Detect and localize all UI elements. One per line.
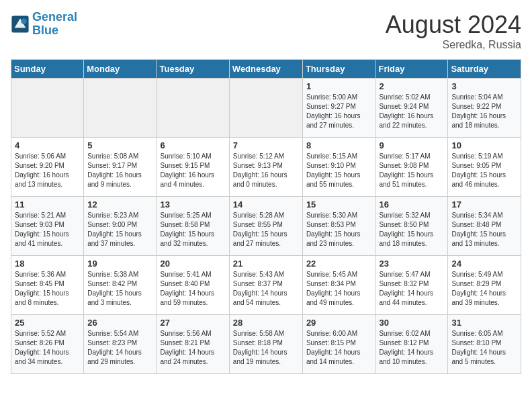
day-cell: 24Sunrise: 5:49 AM Sunset: 8:29 PM Dayli… <box>448 256 521 315</box>
day-detail: Sunrise: 5:38 AM Sunset: 8:42 PM Dayligh… <box>87 270 152 308</box>
day-number: 20 <box>160 259 225 269</box>
day-cell: 2Sunrise: 5:02 AM Sunset: 9:24 PM Daylig… <box>375 79 448 138</box>
day-cell: 6Sunrise: 5:10 AM Sunset: 9:15 PM Daylig… <box>157 138 229 197</box>
day-detail: Sunrise: 5:58 AM Sunset: 8:18 PM Dayligh… <box>233 329 299 367</box>
day-number: 19 <box>87 259 152 269</box>
day-cell: 21Sunrise: 5:43 AM Sunset: 8:37 PM Dayli… <box>229 256 302 315</box>
day-number: 4 <box>15 140 80 150</box>
day-number: 16 <box>379 199 444 210</box>
day-detail: Sunrise: 5:32 AM Sunset: 8:50 PM Dayligh… <box>379 211 444 248</box>
day-cell: 9Sunrise: 5:17 AM Sunset: 9:08 PM Daylig… <box>375 138 448 197</box>
day-detail: Sunrise: 5:23 AM Sunset: 9:00 PM Dayligh… <box>87 211 152 248</box>
day-cell: 11Sunrise: 5:21 AM Sunset: 9:03 PM Dayli… <box>11 197 84 256</box>
day-cell: 5Sunrise: 5:08 AM Sunset: 9:17 PM Daylig… <box>84 138 157 197</box>
col-header-friday: Friday <box>375 60 448 79</box>
day-detail: Sunrise: 5:04 AM Sunset: 9:22 PM Dayligh… <box>451 93 517 130</box>
day-detail: Sunrise: 5:00 AM Sunset: 9:27 PM Dayligh… <box>306 93 372 130</box>
day-detail: Sunrise: 5:34 AM Sunset: 8:48 PM Dayligh… <box>451 211 517 248</box>
day-cell: 7Sunrise: 5:12 AM Sunset: 9:13 PM Daylig… <box>229 138 302 197</box>
col-header-wednesday: Wednesday <box>229 60 302 79</box>
header-row: SundayMondayTuesdayWednesdayThursdayFrid… <box>11 60 521 79</box>
col-header-thursday: Thursday <box>302 60 375 79</box>
day-detail: Sunrise: 5:28 AM Sunset: 8:55 PM Dayligh… <box>233 211 299 248</box>
day-cell: 1Sunrise: 5:00 AM Sunset: 9:27 PM Daylig… <box>302 79 375 138</box>
day-cell: 30Sunrise: 6:02 AM Sunset: 8:12 PM Dayli… <box>375 315 448 374</box>
day-cell: 10Sunrise: 5:19 AM Sunset: 9:05 PM Dayli… <box>448 138 521 197</box>
day-detail: Sunrise: 5:25 AM Sunset: 8:58 PM Dayligh… <box>160 211 225 248</box>
day-detail: Sunrise: 5:54 AM Sunset: 8:23 PM Dayligh… <box>87 329 152 367</box>
day-number: 30 <box>379 318 444 328</box>
day-number: 23 <box>379 259 444 269</box>
day-number: 7 <box>233 140 299 150</box>
day-cell: 15Sunrise: 5:30 AM Sunset: 8:53 PM Dayli… <box>302 197 375 256</box>
day-number: 25 <box>15 318 80 328</box>
day-number: 5 <box>87 140 152 150</box>
day-number: 29 <box>306 318 372 328</box>
logo-text: General Blue <box>32 11 77 38</box>
week-row-2: 4Sunrise: 5:06 AM Sunset: 9:20 PM Daylig… <box>11 138 521 197</box>
day-detail: Sunrise: 6:00 AM Sunset: 8:15 PM Dayligh… <box>306 329 372 367</box>
col-header-monday: Monday <box>84 60 157 79</box>
day-cell: 16Sunrise: 5:32 AM Sunset: 8:50 PM Dayli… <box>375 197 448 256</box>
day-cell: 29Sunrise: 6:00 AM Sunset: 8:15 PM Dayli… <box>302 315 375 374</box>
day-number: 17 <box>451 199 517 210</box>
day-number: 9 <box>379 140 444 150</box>
day-number: 11 <box>15 199 80 210</box>
day-detail: Sunrise: 5:10 AM Sunset: 9:15 PM Dayligh… <box>160 152 225 189</box>
day-detail: Sunrise: 5:52 AM Sunset: 8:26 PM Dayligh… <box>15 329 80 367</box>
day-detail: Sunrise: 5:43 AM Sunset: 8:37 PM Dayligh… <box>233 270 299 308</box>
day-cell: 27Sunrise: 5:56 AM Sunset: 8:21 PM Dayli… <box>157 315 229 374</box>
day-number: 2 <box>379 81 444 91</box>
day-cell: 3Sunrise: 5:04 AM Sunset: 9:22 PM Daylig… <box>448 79 521 138</box>
day-cell: 26Sunrise: 5:54 AM Sunset: 8:23 PM Dayli… <box>84 315 157 374</box>
day-cell: 4Sunrise: 5:06 AM Sunset: 9:20 PM Daylig… <box>11 138 84 197</box>
calendar-table: SundayMondayTuesdayWednesdayThursdayFrid… <box>11 59 521 374</box>
day-cell: 17Sunrise: 5:34 AM Sunset: 8:48 PM Dayli… <box>448 197 521 256</box>
day-number: 24 <box>451 259 517 269</box>
day-cell <box>229 79 302 138</box>
week-row-4: 18Sunrise: 5:36 AM Sunset: 8:45 PM Dayli… <box>11 256 521 315</box>
day-number: 22 <box>306 259 372 269</box>
week-row-5: 25Sunrise: 5:52 AM Sunset: 8:26 PM Dayli… <box>11 315 521 374</box>
day-cell: 8Sunrise: 5:15 AM Sunset: 9:10 PM Daylig… <box>302 138 375 197</box>
day-detail: Sunrise: 5:06 AM Sunset: 9:20 PM Dayligh… <box>15 152 80 189</box>
day-cell <box>84 79 157 138</box>
logo-icon <box>11 15 30 34</box>
week-row-1: 1Sunrise: 5:00 AM Sunset: 9:27 PM Daylig… <box>11 79 521 138</box>
day-number: 1 <box>306 81 372 91</box>
day-cell: 13Sunrise: 5:25 AM Sunset: 8:58 PM Dayli… <box>157 197 229 256</box>
day-number: 15 <box>306 199 372 210</box>
day-cell: 20Sunrise: 5:41 AM Sunset: 8:40 PM Dayli… <box>157 256 229 315</box>
day-detail: Sunrise: 6:02 AM Sunset: 8:12 PM Dayligh… <box>379 329 444 367</box>
col-header-saturday: Saturday <box>448 60 521 79</box>
day-number: 14 <box>233 199 299 210</box>
day-detail: Sunrise: 5:41 AM Sunset: 8:40 PM Dayligh… <box>160 270 225 308</box>
month-title: August 2024 <box>386 11 521 39</box>
week-row-3: 11Sunrise: 5:21 AM Sunset: 9:03 PM Dayli… <box>11 197 521 256</box>
day-detail: Sunrise: 6:05 AM Sunset: 8:10 PM Dayligh… <box>451 329 517 367</box>
day-detail: Sunrise: 5:56 AM Sunset: 8:21 PM Dayligh… <box>160 329 225 367</box>
day-detail: Sunrise: 5:30 AM Sunset: 8:53 PM Dayligh… <box>306 211 372 248</box>
day-cell: 12Sunrise: 5:23 AM Sunset: 9:00 PM Dayli… <box>84 197 157 256</box>
day-number: 26 <box>87 318 152 328</box>
logo: General Blue <box>11 11 77 38</box>
day-detail: Sunrise: 5:45 AM Sunset: 8:34 PM Dayligh… <box>306 270 372 308</box>
day-cell <box>11 79 84 138</box>
day-number: 8 <box>306 140 372 150</box>
title-block: August 2024 Seredka, Russia <box>386 11 521 51</box>
day-detail: Sunrise: 5:02 AM Sunset: 9:24 PM Dayligh… <box>379 93 444 130</box>
day-cell: 23Sunrise: 5:47 AM Sunset: 8:32 PM Dayli… <box>375 256 448 315</box>
day-detail: Sunrise: 5:08 AM Sunset: 9:17 PM Dayligh… <box>87 152 152 189</box>
day-cell: 25Sunrise: 5:52 AM Sunset: 8:26 PM Dayli… <box>11 315 84 374</box>
day-cell <box>157 79 229 138</box>
day-number: 10 <box>451 140 517 150</box>
day-detail: Sunrise: 5:17 AM Sunset: 9:08 PM Dayligh… <box>379 152 444 189</box>
day-detail: Sunrise: 5:12 AM Sunset: 9:13 PM Dayligh… <box>233 152 299 189</box>
day-detail: Sunrise: 5:49 AM Sunset: 8:29 PM Dayligh… <box>451 270 517 308</box>
col-header-sunday: Sunday <box>11 60 84 79</box>
day-number: 6 <box>160 140 225 150</box>
day-number: 18 <box>15 259 80 269</box>
day-detail: Sunrise: 5:15 AM Sunset: 9:10 PM Dayligh… <box>306 152 372 189</box>
day-cell: 19Sunrise: 5:38 AM Sunset: 8:42 PM Dayli… <box>84 256 157 315</box>
day-cell: 22Sunrise: 5:45 AM Sunset: 8:34 PM Dayli… <box>302 256 375 315</box>
